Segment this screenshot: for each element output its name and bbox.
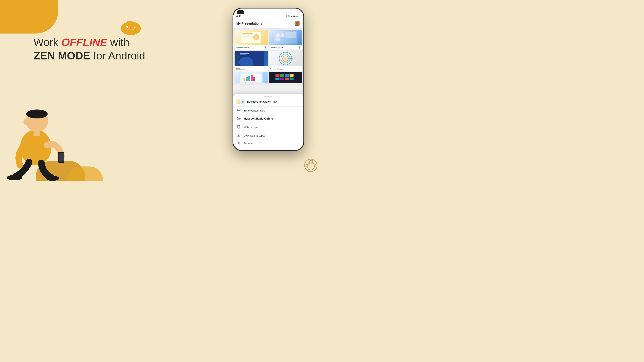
svg-point-36	[276, 33, 280, 37]
svg-rect-63	[275, 77, 279, 80]
svg-point-33	[253, 34, 260, 40]
download-label: Download as .pptx	[244, 134, 265, 137]
pres-name-3: Diffidence to	[236, 68, 264, 70]
svg-line-23	[306, 164, 307, 165]
pres-thumb-3	[234, 51, 268, 66]
svg-rect-12	[59, 153, 64, 162]
headline-section: Work OFFLINE with ZEN MODE for Android	[34, 36, 168, 62]
pres-card-5[interactable]	[234, 72, 268, 83]
sheet-item-invite[interactable]: Invite collaborators	[233, 107, 304, 114]
presentations-grid: Business Innova... ⋮	[233, 28, 304, 85]
copy-icon	[237, 125, 241, 129]
sheet-handle	[264, 96, 272, 97]
svg-point-37	[275, 37, 280, 41]
svg-point-49	[289, 58, 291, 59]
svg-rect-64	[280, 77, 284, 80]
pres-card-3[interactable]: Diffidence to ⋮	[234, 51, 268, 71]
sheet-item-offline[interactable]: Make Available Offline	[233, 114, 304, 123]
pres-menu-4[interactable]: ⋮	[298, 67, 301, 71]
battery-text: 44%	[296, 15, 300, 17]
svg-rect-53	[244, 78, 245, 81]
svg-point-47	[284, 57, 286, 59]
headline-line2: ZEN MODE for Android	[34, 49, 168, 62]
sheet-item-rename[interactable]: A| Rename	[233, 140, 304, 147]
invite-label: Invite collaborators	[244, 109, 265, 112]
svg-rect-60	[280, 74, 284, 77]
sheet-file-header: ▦ Business Innovation Plan	[233, 99, 304, 107]
svg-line-25	[314, 164, 316, 165]
bottom-sheet: ▦ Business Innovation Plan Invite	[233, 94, 304, 150]
svg-rect-61	[285, 74, 289, 77]
svg-point-14	[46, 176, 59, 181]
svg-point-15	[24, 119, 28, 125]
svg-point-50	[287, 58, 289, 59]
headline-with: with	[107, 36, 130, 48]
status-icons: ▤⬡▲◀▶ 44%	[286, 15, 300, 17]
svg-point-28	[295, 24, 300, 26]
user-avatar[interactable]	[294, 20, 300, 26]
svg-rect-62	[289, 74, 294, 77]
svg-point-17	[307, 162, 314, 170]
offline-label: Make Available Offline	[244, 117, 273, 120]
rename-label: Rename	[244, 142, 253, 145]
pres-menu-2[interactable]: ⋮	[298, 46, 301, 49]
app-title: My Presentations	[236, 22, 262, 25]
svg-rect-65	[285, 77, 289, 80]
pres-card-6[interactable]	[269, 72, 302, 83]
svg-text:↺: ↺	[132, 26, 136, 31]
rename-icon: A|	[237, 142, 241, 145]
headline-offline: OFFLINE	[61, 36, 107, 48]
sheet-item-copy[interactable]: Make a copy	[233, 123, 304, 131]
svg-point-68	[239, 109, 240, 110]
svg-point-48	[291, 58, 292, 59]
svg-rect-41	[240, 53, 249, 54]
status-time: 4:49	[236, 15, 241, 17]
pres-thumb-5	[234, 72, 268, 83]
svg-rect-55	[248, 76, 250, 81]
svg-point-38	[280, 33, 284, 37]
pres-thumb-2	[269, 30, 302, 45]
pres-name-4: Process Animati...	[270, 68, 298, 70]
svg-rect-32	[242, 36, 255, 36]
svg-point-8	[26, 109, 48, 118]
headline-android: for Android	[90, 50, 145, 62]
download-icon	[237, 133, 241, 138]
svg-rect-59	[275, 74, 279, 77]
android-bug-icon	[304, 159, 318, 172]
svg-rect-42	[240, 54, 246, 55]
svg-point-13	[7, 175, 22, 180]
pres-card-4[interactable]: Process Animati... ⋮	[269, 51, 302, 71]
app-header: My Presentations	[233, 19, 304, 28]
phone-mockup: 4:49 ▤⬡▲◀▶ 44% My Presentations	[232, 8, 304, 151]
pres-thumb-4	[269, 51, 302, 66]
copy-label: Make a copy	[244, 126, 258, 128]
pres-card-2[interactable]: Essential tips for... ⋮	[269, 30, 302, 50]
svg-rect-66	[289, 77, 294, 80]
sheet-item-download[interactable]: Download as .pptx	[233, 131, 304, 140]
person-illustration	[2, 76, 78, 181]
pres-name-1: Business Innova...	[236, 47, 264, 49]
invite-icon	[237, 109, 241, 112]
camera-bump	[237, 10, 244, 14]
headline-zen-mode: ZEN MODE	[34, 50, 90, 62]
bg-shape-yellow-top	[0, 0, 58, 33]
svg-point-22	[311, 162, 312, 162]
svg-rect-30	[242, 33, 252, 34]
pres-card-1[interactable]: Business Innova... ⋮	[234, 30, 268, 50]
svg-rect-57	[253, 77, 255, 81]
pres-thumb-6	[269, 72, 302, 83]
pres-menu-3[interactable]: ⋮	[264, 67, 267, 71]
pres-name-2: Essential tips for...	[270, 47, 298, 49]
svg-rect-9	[34, 131, 40, 136]
pres-menu-1[interactable]: ⋮	[264, 46, 267, 49]
headline-work: Work	[34, 36, 61, 48]
sheet-file-title: Business Innovation Plan	[247, 100, 277, 103]
cloud-sync: ↻ ↺	[118, 17, 143, 36]
svg-point-27	[296, 21, 299, 24]
svg-rect-35	[285, 32, 296, 38]
svg-line-20	[312, 160, 313, 161]
svg-rect-43	[240, 56, 248, 56]
svg-text:↻: ↻	[126, 25, 130, 31]
svg-point-21	[310, 162, 310, 162]
svg-line-19	[308, 160, 310, 161]
